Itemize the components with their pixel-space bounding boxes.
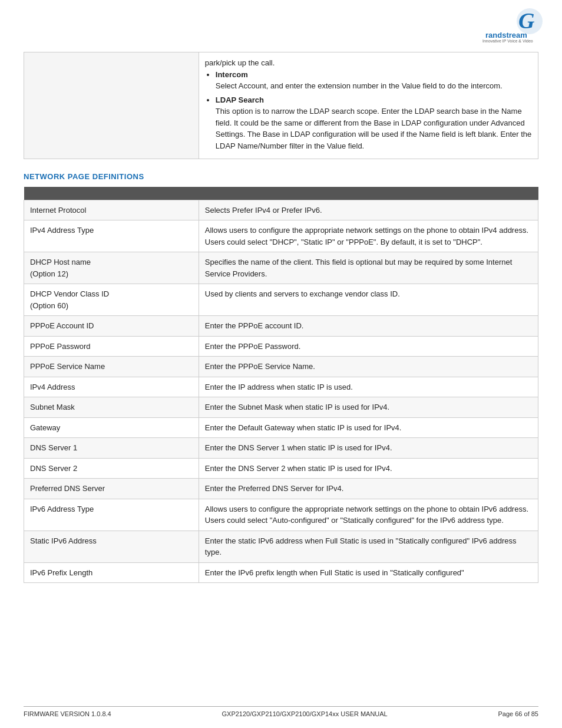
intercom-desc: Select Account, and enter the extension … — [216, 81, 503, 90]
table-row: PPPoE Account IDEnter the PPPoE account … — [24, 316, 538, 337]
footer-left: FIRMWARE VERSION 1.0.8.4 — [24, 710, 111, 717]
table-row: Static IPv6 AddressEnter the static IPv6… — [24, 531, 538, 562]
term-cell: PPPoE Account ID — [24, 316, 199, 337]
definition-cell: Specifies the name of the client. This f… — [199, 252, 538, 284]
table-header-row — [24, 187, 538, 200]
logo-box: G randstream Innovative IP Voice & Video — [480, 8, 544, 42]
table-row: IPv4 Address TypeAllows users to configu… — [24, 220, 538, 252]
list-item-intercom: Intercom Select Account, and enter the e… — [216, 69, 532, 92]
table-row: DHCP Vendor Class ID(Option 60)Used by c… — [24, 284, 538, 316]
section-heading: NETWORK PAGE DEFINITIONS — [24, 172, 538, 181]
term-cell: Gateway — [24, 417, 199, 438]
definition-cell: Enter the static IPv6 address when Full … — [199, 531, 538, 562]
page-wrapper: G randstream Innovative IP Voice & Video… — [0, 0, 562, 728]
term-cell: DHCP Vendor Class ID(Option 60) — [24, 284, 199, 316]
footer-center: GXP2120/GXP2110/GXP2100/GXP14xx USER MAN… — [222, 710, 387, 717]
term-cell: DNS Server 2 — [24, 458, 199, 479]
page-footer: FIRMWARE VERSION 1.0.8.4 GXP2120/GXP2110… — [24, 706, 538, 717]
table-row: PPPoE PasswordEnter the PPPoE Password. — [24, 336, 538, 357]
definition-cell: Allows users to configure the appropriat… — [199, 220, 538, 252]
definition-cell: Enter the DNS Server 1 when static IP is… — [199, 438, 538, 459]
table-row: IPv4 AddressEnter the IP address when st… — [24, 377, 538, 397]
table-row: PPPoE Service NameEnter the PPPoE Servic… — [24, 357, 538, 377]
list-item-ldap: LDAP Search This option is to narrow the… — [216, 94, 532, 152]
term-cell: Subnet Mask — [24, 397, 199, 418]
term-cell: Preferred DNS Server — [24, 479, 199, 499]
table-row: IPv6 Prefix LengthEnter the IPv6 prefix … — [24, 562, 538, 583]
header-cell — [24, 187, 538, 200]
definition-cell: Enter the PPPoE Service Name. — [199, 357, 538, 377]
intro-text: park/pick up the call. — [205, 58, 275, 67]
svg-text:randstream: randstream — [485, 31, 527, 39]
table-row: DNS Server 1Enter the DNS Server 1 when … — [24, 438, 538, 459]
definition-cell: Used by clients and servers to exchange … — [199, 284, 538, 316]
term-cell: IPv4 Address — [24, 377, 199, 397]
term-cell: DNS Server 1 — [24, 438, 199, 459]
term-cell: PPPoE Service Name — [24, 357, 199, 377]
svg-text:G: G — [518, 8, 535, 33]
term-cell: IPv6 Prefix Length — [24, 562, 199, 583]
bullet-list: Intercom Select Account, and enter the e… — [216, 69, 532, 152]
grandstream-logo: G randstream Innovative IP Voice & Video — [480, 8, 544, 42]
ldap-title: LDAP Search — [216, 95, 264, 104]
term-cell: Static IPv6 Address — [24, 531, 199, 562]
definition-cell: Enter the Subnet Mask when static IP is … — [199, 397, 538, 418]
definition-cell: Allows users to configure the appropriat… — [199, 499, 538, 531]
logo-area: G randstream Innovative IP Voice & Video — [468, 8, 544, 44]
table-row: DNS Server 2Enter the DNS Server 2 when … — [24, 458, 538, 479]
table-row: Subnet MaskEnter the Subnet Mask when st… — [24, 397, 538, 418]
footer-right: Page 66 of 85 — [498, 710, 538, 717]
definition-cell: Enter the PPPoE account ID. — [199, 316, 538, 337]
definition-cell: Enter the Default Gateway when static IP… — [199, 417, 538, 438]
svg-text:Innovative IP Voice & Video: Innovative IP Voice & Video — [482, 39, 533, 42]
definitions-table: Internet ProtocolSelects Prefer IPv4 or … — [24, 187, 538, 583]
term-cell: IPv6 Address Type — [24, 499, 199, 531]
top-continuation-table: park/pick up the call. Intercom Select A… — [24, 52, 538, 159]
table-row: IPv6 Address TypeAllows users to configu… — [24, 499, 538, 531]
definition-cell: Enter the IP address when static IP is u… — [199, 377, 538, 397]
term-cell: DHCP Host name(Option 12) — [24, 252, 199, 284]
top-left-cell — [24, 52, 199, 159]
definition-cell: Enter the IPv6 prefix length when Full S… — [199, 562, 538, 583]
ldap-desc: This option is to narrow the LDAP search… — [216, 107, 531, 150]
top-right-cell: park/pick up the call. Intercom Select A… — [199, 52, 538, 159]
term-cell: Internet Protocol — [24, 200, 199, 220]
definition-cell: Enter the DNS Server 2 when static IP is… — [199, 458, 538, 479]
term-cell: PPPoE Password — [24, 336, 199, 357]
definition-cell: Selects Prefer IPv4 or Prefer IPv6. — [199, 200, 538, 220]
table-row: Preferred DNS ServerEnter the Preferred … — [24, 479, 538, 499]
definition-cell: Enter the PPPoE Password. — [199, 336, 538, 357]
table-row: DHCP Host name(Option 12)Specifies the n… — [24, 252, 538, 284]
term-cell: IPv4 Address Type — [24, 220, 199, 252]
intercom-title: Intercom — [216, 70, 248, 79]
definition-cell: Enter the Preferred DNS Server for IPv4. — [199, 479, 538, 499]
table-row: GatewayEnter the Default Gateway when st… — [24, 417, 538, 438]
table-row: Internet ProtocolSelects Prefer IPv4 or … — [24, 200, 538, 220]
